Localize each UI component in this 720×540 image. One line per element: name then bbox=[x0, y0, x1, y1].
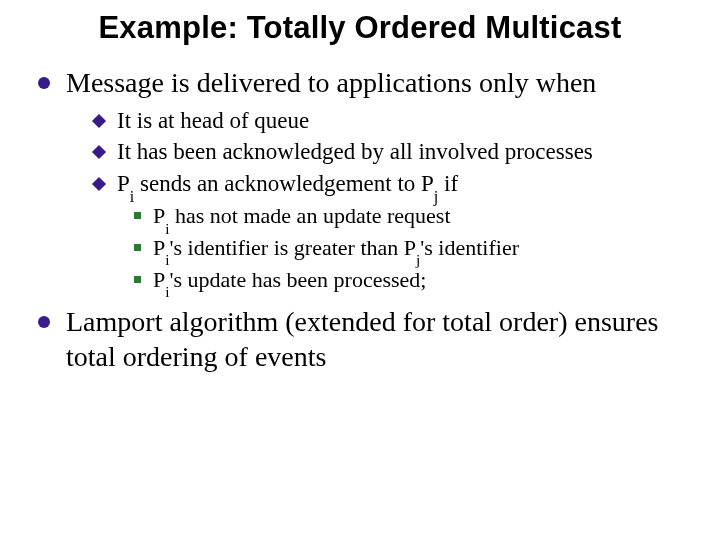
bullet-2: Lamport algorithm (extended for total or… bbox=[34, 304, 686, 374]
bullet-1c1-text: Pi has not made an update request bbox=[153, 201, 686, 231]
bullet-1-text: Message is delivered to applications onl… bbox=[66, 65, 686, 100]
subscript-i: i bbox=[165, 220, 169, 237]
text-frag: 's identifier bbox=[420, 235, 519, 260]
bullet-1c-children: Pi has not made an update request Pi's i… bbox=[132, 201, 686, 294]
bullet-1c2: Pi's identifier is greater than Pj's ide… bbox=[132, 233, 686, 263]
bullet-1c2-text: Pi's identifier is greater than Pj's ide… bbox=[153, 233, 686, 263]
bullet-1b-text: It has been acknowledged by all involved… bbox=[117, 137, 686, 167]
bullet-1-children: It is at head of queue It has been ackno… bbox=[92, 106, 686, 295]
text-frag: P bbox=[153, 267, 165, 292]
subscript-i: i bbox=[165, 251, 169, 268]
diamond-bullet-icon bbox=[92, 145, 106, 159]
bullet-1a-text: It is at head of queue bbox=[117, 106, 686, 136]
bullet-2-text: Lamport algorithm (extended for total or… bbox=[66, 304, 686, 374]
text-frag: P bbox=[117, 171, 130, 196]
square-bullet-icon bbox=[134, 276, 141, 283]
bullet-1c3-text: Pi's update has been processed; bbox=[153, 265, 686, 295]
diamond-bullet-icon bbox=[92, 177, 106, 191]
text-frag: 's identifier is greater than P bbox=[170, 235, 417, 260]
subscript-j: j bbox=[416, 251, 420, 268]
bullet-1a: It is at head of queue bbox=[92, 106, 686, 136]
text-frag: has not made an update request bbox=[170, 203, 451, 228]
bullet-1b: It has been acknowledged by all involved… bbox=[92, 137, 686, 167]
square-bullet-icon bbox=[134, 244, 141, 251]
text-frag: sends an acknowledgement to P bbox=[134, 171, 434, 196]
subscript-i: i bbox=[165, 283, 169, 300]
bullet-1c-text: Pi sends an acknowledgement to Pj if bbox=[117, 169, 686, 199]
subscript-j: j bbox=[434, 188, 438, 205]
subscript-i: i bbox=[130, 188, 134, 205]
slide: Example: Totally Ordered Multicast Messa… bbox=[0, 0, 720, 540]
diamond-bullet-icon bbox=[92, 114, 106, 128]
bullet-1: Message is delivered to applications onl… bbox=[34, 65, 686, 100]
bullet-1c1: Pi has not made an update request bbox=[132, 201, 686, 231]
slide-title: Example: Totally Ordered Multicast bbox=[34, 10, 686, 47]
circle-bullet-icon bbox=[38, 316, 50, 328]
bullet-1c3: Pi's update has been processed; bbox=[132, 265, 686, 295]
text-frag: P bbox=[153, 203, 165, 228]
square-bullet-icon bbox=[134, 212, 141, 219]
bullet-1c: Pi sends an acknowledgement to Pj if bbox=[92, 169, 686, 199]
circle-bullet-icon bbox=[38, 77, 50, 89]
text-frag: 's update has been processed; bbox=[170, 267, 427, 292]
text-frag: P bbox=[153, 235, 165, 260]
text-frag: if bbox=[438, 171, 458, 196]
